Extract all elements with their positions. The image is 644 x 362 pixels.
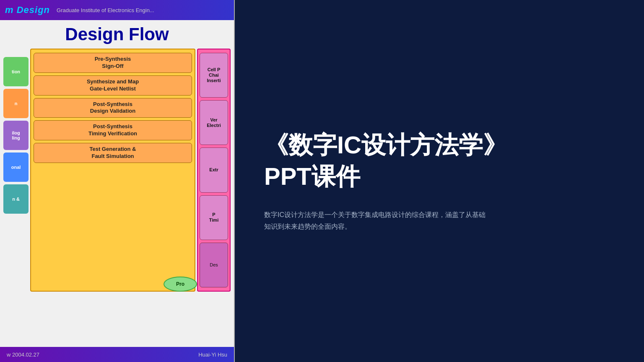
design-flow-title: Design Flow bbox=[3, 24, 231, 44]
sidebar-item-4: onal bbox=[3, 153, 29, 182]
header-logo: m Design bbox=[5, 5, 50, 16]
header-subtitle: Graduate Institute of Electronics Engin.… bbox=[57, 7, 154, 13]
center-column: Pre-SynthesisSign-Off Synthesize and Map… bbox=[30, 49, 195, 292]
flow-box-1: Pre-SynthesisSign-Off bbox=[34, 53, 192, 73]
right-box-4: PTimi bbox=[200, 195, 228, 240]
right-box-1: Cell PChaiInserti bbox=[200, 53, 228, 98]
flow-diagram: tion n ilogling onal n & Pre-SynthesisSi… bbox=[3, 49, 231, 292]
slide-content: Design Flow tion n ilogling onal n & Pre… bbox=[0, 20, 234, 347]
slide-header: m Design Graduate Institute of Electroni… bbox=[0, 0, 234, 20]
slide-footer: w 2004.02.27 Huai-Yi Hsu bbox=[0, 347, 234, 362]
flow-box-3: Post-SynthesisDesign Validation bbox=[34, 98, 192, 118]
sidebar-item-5: n & bbox=[3, 184, 29, 214]
bottom-oval: Pro bbox=[164, 277, 197, 292]
right-box-2: VerElectri bbox=[200, 100, 228, 145]
description: 数字IC设计方法学是一个关于数字集成电路设计的综合课程，涵盖了从基础知识到未来趋… bbox=[264, 209, 516, 233]
right-box-3: Extr bbox=[200, 147, 228, 192]
left-panel: m Design Graduate Institute of Electroni… bbox=[0, 0, 235, 362]
footer-author: Huai-Yi Hsu bbox=[198, 352, 227, 358]
sidebar-item-3: ilogling bbox=[3, 121, 29, 150]
right-box-5: Des bbox=[200, 243, 228, 287]
left-sidebar: tion n ilogling onal n & bbox=[3, 49, 29, 292]
flow-box-5: Test Generation &Fault Simulation bbox=[34, 143, 192, 163]
sidebar-item-1: tion bbox=[3, 57, 29, 86]
footer-date: w 2004.02.27 bbox=[7, 352, 39, 358]
right-panel: 《数字IC设计方法学》PPT课件 数字IC设计方法学是一个关于数字集成电路设计的… bbox=[235, 0, 644, 362]
flow-box-4: Post-SynthesisTiming Verification bbox=[34, 120, 192, 140]
right-column: Cell PChaiInserti VerElectri Extr PTimi … bbox=[197, 49, 231, 292]
sidebar-item-2: n bbox=[3, 89, 29, 118]
main-title: 《数字IC设计方法学》PPT课件 bbox=[264, 129, 615, 192]
flow-box-2: Synthesize and MapGate-Level Netlist bbox=[34, 75, 192, 96]
